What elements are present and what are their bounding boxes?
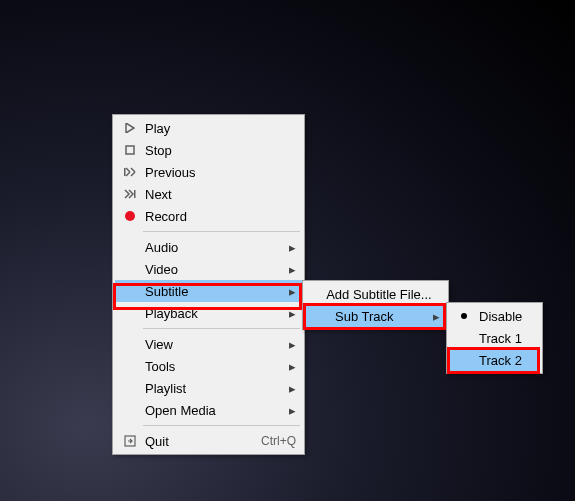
menu-item-next[interactable]: Next xyxy=(115,183,302,205)
menu-item-track-2[interactable]: Track 2 xyxy=(449,349,540,371)
menu-separator xyxy=(143,425,300,426)
menu-item-quit[interactable]: Quit Ctrl+Q xyxy=(115,430,302,452)
menu-label: Open Media xyxy=(141,403,282,418)
menu-label: Tools xyxy=(141,359,282,374)
menu-item-playback[interactable]: Playback ▸ xyxy=(115,302,302,324)
chevron-right-icon: ▸ xyxy=(282,359,296,374)
menu-item-subtitle[interactable]: Subtitle ▸ xyxy=(115,280,302,302)
stop-icon xyxy=(119,145,141,155)
svg-rect-0 xyxy=(126,146,134,154)
menu-item-open-media[interactable]: Open Media ▸ xyxy=(115,399,302,421)
chevron-right-icon: ▸ xyxy=(282,337,296,352)
svg-rect-1 xyxy=(124,168,126,176)
subtitle-submenu: Add Subtitle File... Sub Track ▸ xyxy=(302,280,449,330)
menu-label: Previous xyxy=(141,165,282,180)
context-menu: Play Stop Previous Next Record Audio ▸ V… xyxy=(112,114,305,455)
menu-item-track-1[interactable]: Track 1 xyxy=(449,327,540,349)
menu-label: Sub Track xyxy=(331,309,426,324)
menu-item-disable[interactable]: Disable xyxy=(449,305,540,327)
menu-label: Video xyxy=(141,262,282,277)
menu-label: Subtitle xyxy=(141,284,282,299)
menu-label: Track 1 xyxy=(475,331,534,346)
menu-item-previous[interactable]: Previous xyxy=(115,161,302,183)
menu-label: Play xyxy=(141,121,282,136)
menu-item-record[interactable]: Record xyxy=(115,205,302,227)
menu-item-playlist[interactable]: Playlist ▸ xyxy=(115,377,302,399)
chevron-right-icon: ▸ xyxy=(426,309,440,324)
chevron-right-icon: ▸ xyxy=(282,262,296,277)
chevron-right-icon: ▸ xyxy=(282,381,296,396)
menu-label: Next xyxy=(141,187,282,202)
menu-label: View xyxy=(141,337,282,352)
menu-separator xyxy=(143,231,300,232)
menu-label: Record xyxy=(141,209,282,224)
menu-separator xyxy=(143,328,300,329)
menu-label: Playback xyxy=(141,306,282,321)
menu-label: Disable xyxy=(475,309,534,324)
radio-selected-icon xyxy=(453,313,475,319)
play-icon xyxy=(119,123,141,133)
previous-icon xyxy=(119,167,141,177)
menu-item-tools[interactable]: Tools ▸ xyxy=(115,355,302,377)
quit-icon xyxy=(119,435,141,447)
chevron-right-icon: ▸ xyxy=(282,240,296,255)
chevron-right-icon: ▸ xyxy=(282,284,296,299)
menu-label: Stop xyxy=(141,143,282,158)
menu-label: Quit xyxy=(141,434,237,449)
menu-shortcut: Ctrl+Q xyxy=(237,434,296,448)
next-icon xyxy=(119,189,141,199)
menu-label: Audio xyxy=(141,240,282,255)
menu-item-stop[interactable]: Stop xyxy=(115,139,302,161)
chevron-right-icon: ▸ xyxy=(282,306,296,321)
menu-item-video[interactable]: Video ▸ xyxy=(115,258,302,280)
menu-item-sub-track[interactable]: Sub Track ▸ xyxy=(305,305,446,327)
svg-point-3 xyxy=(125,211,135,221)
svg-rect-2 xyxy=(134,190,136,198)
menu-item-add-subtitle-file[interactable]: Add Subtitle File... xyxy=(305,283,446,305)
menu-item-audio[interactable]: Audio ▸ xyxy=(115,236,302,258)
sub-track-submenu: Disable Track 1 Track 2 xyxy=(446,302,543,374)
menu-label: Track 2 xyxy=(475,353,534,368)
chevron-right-icon: ▸ xyxy=(282,403,296,418)
menu-item-view[interactable]: View ▸ xyxy=(115,333,302,355)
record-icon xyxy=(119,210,141,222)
menu-label: Playlist xyxy=(141,381,282,396)
menu-item-play[interactable]: Play xyxy=(115,117,302,139)
menu-label: Add Subtitle File... xyxy=(322,287,432,302)
